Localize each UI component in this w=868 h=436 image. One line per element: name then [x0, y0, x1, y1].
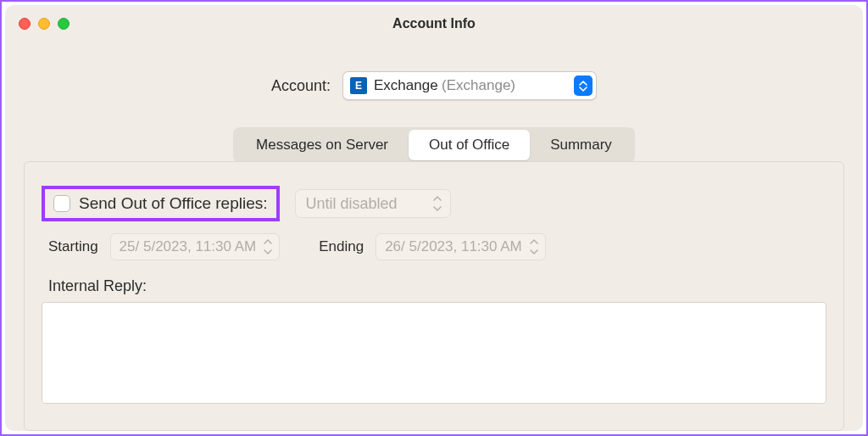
annotation-frame: Account Info Account: Exchange (Exchange… — [0, 0, 868, 436]
account-row: Account: Exchange (Exchange) — [5, 71, 863, 100]
window-titlebar: Account Info — [5, 5, 863, 42]
tab-summary[interactable]: Summary — [530, 130, 632, 160]
account-label: Account: — [271, 77, 331, 95]
account-select-value: Exchange (Exchange) — [374, 77, 515, 94]
ending-date-field[interactable]: 26/ 5/2023, 11:30 AM — [376, 233, 546, 260]
exchange-icon — [350, 77, 367, 94]
tab-out-of-office[interactable]: Out of Office — [409, 130, 530, 160]
ooo-toggle-row: Send Out of Office replies: Until disabl… — [42, 186, 826, 221]
close-window-button[interactable] — [19, 18, 31, 30]
send-ooo-checkbox[interactable] — [53, 195, 70, 212]
tabs-container: Messages on Server Out of Office Summary — [5, 127, 863, 163]
updown-icon — [430, 193, 445, 214]
account-select[interactable]: Exchange (Exchange) — [342, 71, 597, 100]
content-pane: Send Out of Office replies: Until disabl… — [24, 161, 844, 431]
stepper-icon[interactable] — [526, 237, 542, 257]
window-title: Account Info — [19, 16, 849, 31]
updown-icon — [574, 75, 593, 96]
internal-reply-textarea[interactable] — [42, 302, 826, 404]
ooo-duration-select[interactable]: Until disabled — [295, 189, 451, 218]
maximize-window-button[interactable] — [58, 18, 70, 30]
starting-date-value: 25/ 5/2023, 11:30 AM — [120, 238, 257, 255]
ooo-duration-value: Until disabled — [306, 195, 398, 213]
stepper-icon[interactable] — [260, 237, 275, 257]
internal-reply-label: Internal Reply: — [48, 277, 826, 295]
tab-messages-on-server[interactable]: Messages on Server — [236, 130, 409, 160]
starting-date-field[interactable]: 25/ 5/2023, 11:30 AM — [110, 233, 281, 260]
minimize-window-button[interactable] — [38, 18, 50, 30]
tabs: Messages on Server Out of Office Summary — [233, 127, 635, 163]
send-ooo-label: Send Out of Office replies: — [79, 194, 268, 213]
date-range-row: Starting 25/ 5/2023, 11:30 AM Ending 26/… — [48, 233, 826, 260]
starting-label: Starting — [48, 238, 98, 255]
highlight-annotation: Send Out of Office replies: — [42, 186, 280, 221]
ending-label: Ending — [319, 238, 364, 255]
traffic-lights — [19, 18, 70, 30]
window: Account Info Account: Exchange (Exchange… — [5, 5, 863, 431]
ending-date-value: 26/ 5/2023, 11:30 AM — [385, 238, 522, 255]
